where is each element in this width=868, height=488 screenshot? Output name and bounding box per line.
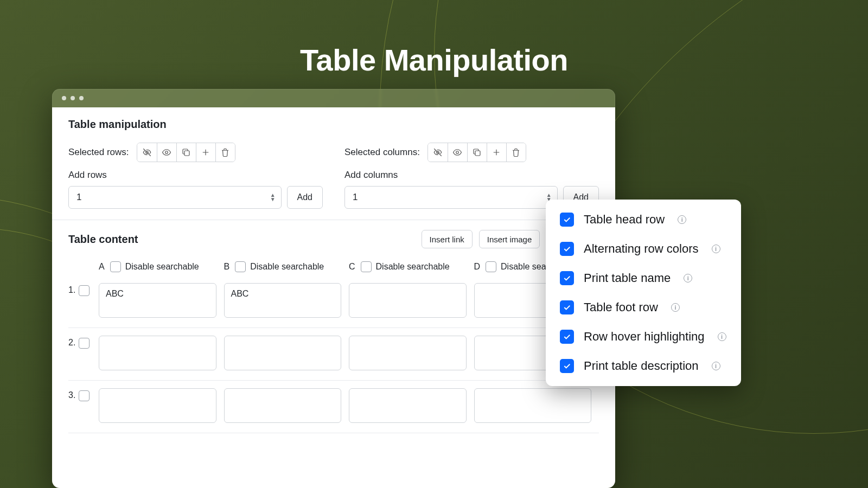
- option-row[interactable]: Row hover highlighting i: [560, 330, 727, 344]
- checkbox-checked-icon[interactable]: [560, 242, 574, 256]
- add-columns-value: 1: [353, 192, 358, 203]
- column-header-a: A Disable searchable: [99, 256, 224, 280]
- option-label: Alternating row colors: [584, 242, 699, 256]
- row-divider: [68, 433, 599, 433]
- row-select-checkbox[interactable]: [79, 338, 90, 349]
- app-window: Table manipulation Selected rows: Add ro…: [52, 89, 615, 488]
- option-label: Table foot row: [584, 300, 658, 314]
- table-cell-input[interactable]: [99, 336, 216, 370]
- disable-searchable-label: Disable searchable: [125, 262, 199, 272]
- column-letter: C: [349, 262, 355, 272]
- table-cell-input[interactable]: [349, 388, 467, 423]
- svg-rect-5: [475, 151, 480, 156]
- section-title-manipulation: Table manipulation: [68, 118, 599, 131]
- add-rows-label: Add rows: [68, 170, 323, 181]
- duplicate-icon[interactable]: [176, 143, 196, 162]
- section-title-content: Table content: [68, 233, 138, 246]
- table-cell-input[interactable]: [99, 388, 216, 423]
- traffic-light-dot: [79, 96, 84, 100]
- row-divider: [68, 380, 599, 381]
- add-columns-stepper[interactable]: 1 ▲▼: [344, 186, 558, 209]
- show-icon[interactable]: [448, 143, 467, 162]
- checkbox-checked-icon[interactable]: [560, 213, 574, 227]
- column-header-b: B Disable searchable: [224, 256, 349, 280]
- column-letter: B: [224, 262, 230, 272]
- table-cell-input[interactable]: ABC: [224, 283, 342, 318]
- option-row[interactable]: Print table description i: [560, 359, 727, 373]
- disable-searchable-checkbox[interactable]: [361, 261, 372, 272]
- svg-point-1: [165, 151, 168, 154]
- row-divider: [68, 328, 599, 328]
- trash-icon[interactable]: [215, 143, 235, 162]
- info-icon[interactable]: i: [671, 303, 680, 312]
- option-row[interactable]: Table foot row i: [560, 300, 727, 314]
- checkbox-checked-icon[interactable]: [560, 271, 574, 285]
- disable-searchable-checkbox[interactable]: [486, 261, 496, 272]
- svg-point-4: [456, 151, 459, 154]
- disable-searchable-checkbox[interactable]: [235, 261, 246, 272]
- options-popover: Table head row i Alternating row colors …: [546, 200, 741, 386]
- show-icon[interactable]: [157, 143, 176, 162]
- hide-icon[interactable]: [428, 143, 448, 162]
- duplicate-icon[interactable]: [467, 143, 487, 162]
- table-cell-input[interactable]: [224, 388, 342, 423]
- option-label: Print table name: [584, 271, 671, 285]
- selected-columns-toolbar: [427, 143, 526, 162]
- info-icon[interactable]: i: [718, 332, 726, 341]
- traffic-light-dot: [71, 96, 75, 100]
- row-number: 1.: [68, 280, 99, 323]
- table-cell-input[interactable]: ABC: [99, 283, 216, 318]
- checkbox-checked-icon[interactable]: [560, 330, 574, 344]
- info-icon[interactable]: i: [684, 274, 692, 282]
- row-number: 2.: [68, 332, 99, 376]
- table-cell-input[interactable]: [224, 336, 342, 370]
- column-header-c: C Disable searchable: [349, 256, 474, 280]
- disable-searchable-label: Disable searchable: [250, 262, 324, 272]
- insert-link-button[interactable]: Insert link: [422, 230, 473, 248]
- row-select-checkbox[interactable]: [79, 285, 90, 296]
- plus-icon[interactable]: [487, 143, 506, 162]
- option-label: Table head row: [584, 213, 665, 227]
- option-row[interactable]: Print table name i: [560, 271, 727, 285]
- table-cell-input[interactable]: [349, 283, 467, 318]
- disable-searchable-label: Disable searchable: [376, 262, 450, 272]
- add-rows-button[interactable]: Add: [287, 186, 323, 209]
- insert-image-button[interactable]: Insert image: [479, 230, 540, 248]
- plus-icon[interactable]: [196, 143, 215, 162]
- info-icon[interactable]: i: [712, 362, 720, 370]
- add-rows-value: 1: [76, 192, 81, 203]
- row-select-checkbox[interactable]: [79, 390, 90, 401]
- table-cell-input[interactable]: [474, 388, 592, 423]
- column-letter: D: [474, 262, 481, 272]
- column-letter: A: [99, 262, 105, 272]
- add-columns-label: Add columns: [344, 170, 599, 181]
- info-icon[interactable]: i: [678, 215, 686, 224]
- add-rows-stepper[interactable]: 1 ▲▼: [68, 186, 282, 209]
- option-label: Row hover highlighting: [584, 330, 705, 344]
- selected-rows-toolbar: [137, 143, 235, 162]
- selected-columns-label: Selected columns:: [344, 147, 420, 158]
- option-row[interactable]: Table head row i: [560, 213, 727, 227]
- traffic-light-dot: [62, 96, 66, 100]
- svg-rect-2: [184, 151, 189, 156]
- page-title: Table Manipulation: [0, 42, 868, 78]
- checkbox-checked-icon[interactable]: [560, 359, 574, 373]
- table-cell-input[interactable]: [349, 336, 467, 370]
- disable-searchable-checkbox[interactable]: [110, 261, 121, 272]
- stepper-arrows-icon: ▲▼: [270, 193, 276, 202]
- trash-icon[interactable]: [506, 143, 526, 162]
- selected-rows-label: Selected rows:: [68, 147, 129, 158]
- option-row[interactable]: Alternating row colors i: [560, 242, 727, 256]
- info-icon[interactable]: i: [712, 245, 720, 253]
- option-label: Print table description: [584, 359, 699, 373]
- window-titlebar: [52, 89, 615, 107]
- hide-icon[interactable]: [137, 143, 157, 162]
- checkbox-checked-icon[interactable]: [560, 300, 574, 314]
- row-number: 3.: [68, 385, 99, 428]
